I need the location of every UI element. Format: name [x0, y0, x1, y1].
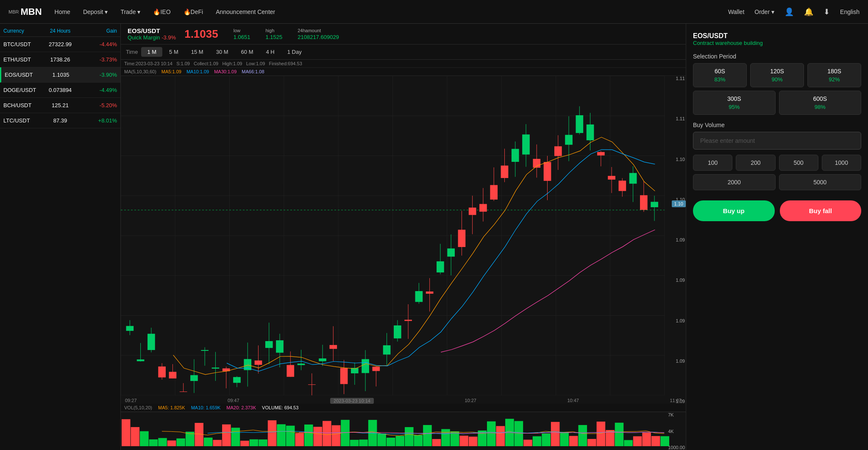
chart-ma-bar: MA(5,10,30,60) MA5:1.09 MA10:1.09 MA30:1… [121, 68, 686, 76]
nav-announcement[interactable]: Announcement Center [216, 8, 275, 15]
time-label-1027: 10:27 [465, 398, 476, 404]
quick-margin: Quick Margin -3.9% [128, 34, 176, 41]
chart-time: Time:2023-03-23 10:14 [124, 61, 172, 66]
vol-bar: VOL(5,10,20) MA5: 1.825K MA10: 1.659K MA… [121, 404, 686, 412]
chart-price: 1.1035 [184, 28, 218, 41]
pair-price: 87.39 [41, 117, 79, 124]
buy-up-button[interactable]: Buy up [693, 200, 775, 221]
chart-finished: Finished:694.53 [269, 61, 302, 66]
user-icon[interactable]: 👤 [785, 7, 794, 17]
time-btn-1day[interactable]: 1 Day [281, 47, 308, 57]
logo-sub: MBR [8, 9, 19, 14]
time-label-1047: 10:47 [567, 398, 579, 404]
col-gain[interactable]: Gain [79, 28, 117, 34]
time-btn-30m[interactable]: 30 M [210, 47, 234, 57]
time-label: Time [126, 49, 138, 55]
logo-main: MBN [20, 6, 42, 17]
pair-name: BTC/USDT [3, 41, 41, 47]
chevron-down-icon: ▾ [105, 8, 108, 15]
wallet-button[interactable]: Wallet [728, 8, 744, 15]
vol-ma20: MA20: 2.373K [226, 405, 256, 410]
main-chart-canvas [121, 76, 686, 395]
period-300s[interactable]: 300S 95% [693, 91, 776, 115]
sidebar-item-ltc[interactable]: LTC/USDT 87.39 +8.01% [0, 113, 120, 128]
col-currency[interactable]: Currency [3, 28, 41, 34]
download-icon[interactable]: ⬇ [823, 7, 830, 17]
highlighted-price: 1.10 [672, 200, 686, 207]
pair-gain: -4.44% [79, 41, 117, 47]
sidebar-item-btc[interactable]: BTC/USDT 27322.99 -4.44% [0, 37, 120, 52]
language-selector[interactable]: English [840, 8, 860, 15]
time-label-1107: 11:07 [670, 398, 682, 404]
volume-chart-canvas [121, 412, 686, 446]
stat-high: high 1.1525 [265, 28, 282, 40]
action-buttons: Buy up Buy fall [693, 200, 861, 221]
ma66-label: MA66:1.08 [242, 69, 264, 74]
chart-info-bar: Time:2023-03-23 10:14 S:1.09 Collect:1.0… [121, 60, 686, 68]
chart-area: EOS/USDT Quick Margin -3.9% 1.1035 low 1… [121, 24, 686, 450]
chart-collect: Collect:1.09 [194, 61, 218, 66]
time-btn-15m[interactable]: 15 M [185, 47, 209, 57]
pair-gain: -3.73% [79, 56, 117, 63]
vol-ma10: MA10: 1.659K [191, 405, 221, 410]
quick-1000[interactable]: 1000 [822, 155, 861, 171]
ma5-label: MA5:1.09 [161, 69, 181, 74]
pair-name: BCH/USDT [3, 102, 41, 108]
time-bar: Time 1 M 5 M 15 M 30 M 60 M 4 H 1 Day [121, 44, 686, 60]
ma-label: MA(5,10,30,60) [124, 69, 156, 74]
quick-margin-value: -3.9% [161, 34, 176, 41]
chart-canvas: 1.11 1.11 1.10 1.10 1.09 1.09 1.09 1.09 … [121, 76, 686, 404]
vol-label: VOL(5,10,20) [124, 405, 152, 410]
pair-gain: -4.49% [79, 87, 117, 93]
stat-low: low 1.0651 [234, 28, 250, 40]
buy-fall-button[interactable]: Buy fall [780, 200, 862, 221]
sidebar-item-eth[interactable]: ETH/USDT 1738.26 -3.73% [0, 52, 120, 67]
order-button[interactable]: Order ▾ [754, 8, 774, 15]
sidebar-item-doge[interactable]: DOGE/USDT 0.073894 -4.49% [0, 83, 120, 98]
quick-500[interactable]: 500 [779, 155, 818, 171]
stat-24h-amount: 24hamount 2108217.609029 [298, 28, 339, 40]
pair-gain: -3.90% [80, 72, 117, 78]
quick-5000[interactable]: 5000 [779, 174, 862, 190]
period-120s[interactable]: 120S 90% [750, 63, 804, 87]
time-btn-1m-active[interactable]: 1 M [141, 47, 162, 57]
nav-home[interactable]: Home [55, 8, 70, 15]
quick-100[interactable]: 100 [693, 155, 732, 171]
quick-2000[interactable]: 2000 [693, 174, 776, 190]
pair-gain: +8.01% [79, 117, 117, 124]
pair-name: ETH/USDT [3, 56, 41, 63]
pair-gain: -5.20% [79, 102, 117, 108]
ma30-label: MA30:1.09 [214, 69, 236, 74]
time-btn-60m[interactable]: 60 M [235, 47, 259, 57]
chevron-down-icon: ▾ [137, 8, 140, 15]
selection-period-section: Selection Period 60S 83% 120S 90% 180S 9… [693, 53, 861, 115]
sidebar-item-eos[interactable]: EOS/USDT 1.1035 -3.90% [0, 67, 120, 83]
rp-pair: EOS/USDT Contract warehouse building [693, 32, 861, 46]
bell-icon[interactable]: 🔔 [804, 7, 813, 17]
chart-header: EOS/USDT Quick Margin -3.9% 1.1035 low 1… [121, 24, 686, 44]
period-60s[interactable]: 60S 83% [693, 63, 747, 87]
time-btn-4h[interactable]: 4 H [260, 47, 280, 57]
nav-defi[interactable]: 🔥DeFi [184, 8, 203, 15]
quick-200[interactable]: 200 [736, 155, 775, 171]
period-600s[interactable]: 600S 98% [779, 91, 862, 115]
ma10-label: MA10:1.09 [186, 69, 209, 74]
chart-high: High:1.09 [222, 61, 242, 66]
vol-ma5: MA5: 1.825K [158, 405, 185, 410]
pair-price: 0.073894 [41, 87, 79, 93]
pair-price: 1.1035 [42, 72, 79, 78]
right-panel: EOS/USDT Contract warehouse building Sel… [686, 24, 868, 450]
buy-volume-section: Buy Volume 100 200 500 1000 2000 5000 [693, 122, 861, 190]
logo: MBR MBN [8, 6, 42, 17]
nav-trade[interactable]: Trade ▾ [120, 8, 140, 15]
amount-input[interactable] [693, 132, 861, 150]
col-24h[interactable]: 24 Hours [41, 28, 79, 34]
pair-price: 1738.26 [41, 56, 79, 63]
header: MBR MBN Home Deposit ▾ Trade ▾ 🔥IEO 🔥DeF… [0, 0, 868, 24]
nav-ieo[interactable]: 🔥IEO [153, 8, 170, 15]
time-btn-5m[interactable]: 5 M [163, 47, 184, 57]
period-grid-top: 60S 83% 120S 90% 180S 92% [693, 63, 861, 87]
nav-deposit[interactable]: Deposit ▾ [83, 8, 108, 15]
period-180s[interactable]: 180S 92% [807, 63, 861, 87]
sidebar-item-bch[interactable]: BCH/USDT 125.21 -5.20% [0, 98, 120, 113]
